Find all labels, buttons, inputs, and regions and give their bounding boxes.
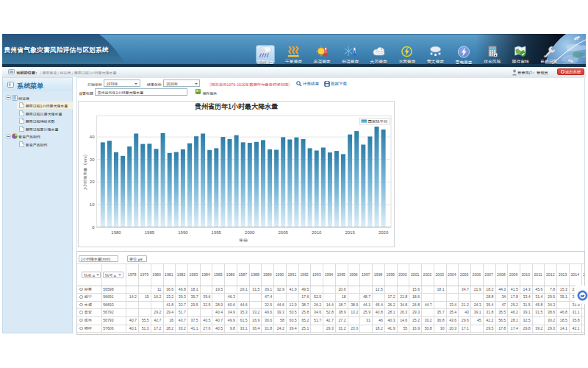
svg-text:20: 20 (90, 180, 95, 184)
svg-text:1小时降水量（mm）: 1小时降水量（mm） (82, 152, 88, 190)
svg-text:1985: 1985 (145, 230, 155, 234)
svg-text:1980: 1980 (111, 230, 121, 234)
svg-text:10: 10 (90, 202, 95, 206)
svg-text:国家站平均: 国家站平均 (368, 118, 388, 124)
svg-text:1995: 1995 (212, 230, 222, 234)
svg-text:30: 30 (90, 157, 95, 161)
svg-text:2020: 2020 (379, 230, 389, 234)
svg-text:贵州省历年1小时最大降水量: 贵州省历年1小时最大降水量 (195, 102, 278, 111)
svg-text:2010: 2010 (312, 230, 322, 234)
svg-text:2005: 2005 (279, 230, 289, 234)
svg-text:2015: 2015 (345, 230, 355, 234)
svg-text:2000: 2000 (245, 230, 255, 234)
svg-text:1990: 1990 (178, 230, 188, 234)
svg-text:40: 40 (90, 135, 95, 139)
svg-text:0: 0 (92, 224, 95, 229)
svg-text:年份: 年份 (239, 237, 248, 244)
